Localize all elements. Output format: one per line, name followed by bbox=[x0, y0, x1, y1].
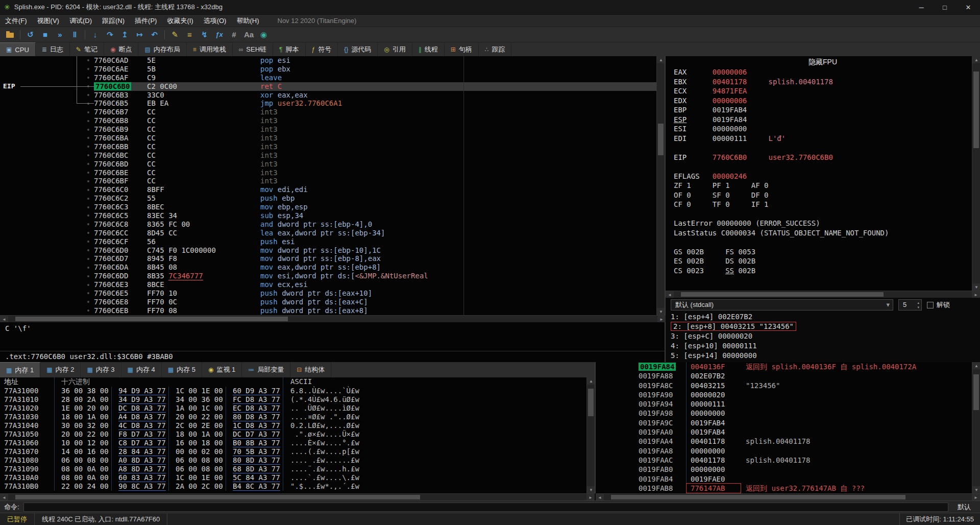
disasm-row[interactable]: 7760C6BACCint3 bbox=[0, 134, 665, 142]
dump-row[interactable]: 77A3106010 00 12 00C8 D7 A3 7716 00 18 0… bbox=[0, 439, 595, 447]
breakpoint-gutter[interactable] bbox=[0, 254, 94, 263]
stack-row[interactable]: 0019FA9000000020 bbox=[596, 390, 980, 399]
breakpoint-icon[interactable]: ↯ bbox=[198, 28, 211, 41]
scroll-down-icon[interactable]: ▼ bbox=[587, 486, 595, 493]
stack-row[interactable]: 0019FA8C00403215"123456" bbox=[596, 381, 980, 390]
comment-icon[interactable]: ≡ bbox=[183, 28, 197, 41]
register-row[interactable]: ECX 94871FEA bbox=[666, 86, 980, 96]
stack-horizontal-scrollbar[interactable]: ◄ ► bbox=[596, 493, 980, 500]
tab-cpu[interactable]: ▣CPU bbox=[0, 42, 36, 56]
hide-fpu-toggle[interactable]: 隐藏FPU bbox=[666, 56, 980, 67]
tab-call-stack[interactable]: ≡调用堆栈 bbox=[187, 42, 233, 56]
tab-dump-4[interactable]: ▦内存 4 bbox=[121, 362, 162, 377]
breakpoint-gutter[interactable] bbox=[0, 177, 94, 185]
tab-symbols[interactable]: ƒ符号 bbox=[306, 42, 338, 56]
dump-row[interactable]: 77A310201E 00 20 00DC D8 A3 771A 00 1C 0… bbox=[0, 404, 595, 413]
scroll-right-icon[interactable]: ► bbox=[972, 291, 980, 298]
tab-locals[interactable]: ≔局部变量 bbox=[242, 362, 290, 377]
scroll-up-icon[interactable]: ▲ bbox=[587, 377, 595, 385]
register-row[interactable] bbox=[666, 209, 980, 219]
disasm-row[interactable]: 7760C6B9CCint3 bbox=[0, 125, 665, 134]
disasm-row[interactable]: 7760C6D78945 F8mov dword ptr ss:[ebp-8],… bbox=[0, 254, 665, 263]
scroll-right-icon[interactable]: ► bbox=[586, 494, 595, 500]
register-row[interactable]: CF 0 TF 0 IF 1 bbox=[666, 200, 980, 209]
disasm-row[interactable]: 7760C6C88365 FC 00and dword ptr ss:[ebp-… bbox=[0, 220, 665, 229]
disasm-row[interactable]: 7760C6B8CCint3 bbox=[0, 116, 665, 125]
breakpoint-gutter[interactable] bbox=[0, 203, 94, 211]
run-to-user-code-icon[interactable]: ↦ bbox=[133, 28, 146, 41]
restart-icon[interactable]: ↺ bbox=[23, 28, 37, 41]
tab-log[interactable]: ≣日志 bbox=[36, 42, 70, 56]
tab-references[interactable]: ◎引用 bbox=[378, 42, 412, 56]
menu-trace[interactable]: 跟踪(N) bbox=[97, 15, 130, 27]
unlock-checkbox[interactable] bbox=[927, 302, 934, 308]
disasm-row[interactable]: 7760C6BDCCint3 bbox=[0, 160, 665, 169]
breakpoint-gutter[interactable] bbox=[0, 56, 94, 65]
disasm-row[interactable]: 7760C6B0C2 0C00ret C bbox=[0, 82, 665, 91]
disassembly-horizontal-scrollbar[interactable]: ◄ ► bbox=[0, 315, 666, 322]
disasm-row[interactable]: 7760C6BBCCint3 bbox=[0, 142, 665, 151]
stack-row[interactable]: 0019FAAC00401178splish.00401178 bbox=[596, 456, 980, 465]
register-row[interactable]: GS 002B FS 0053 bbox=[666, 247, 980, 257]
breakpoint-gutter[interactable] bbox=[0, 194, 94, 203]
tab-dump-3[interactable]: ▦内存 3 bbox=[81, 362, 121, 377]
dump-row[interactable]: 77A3108006 00 08 00A0 8D A3 7706 00 08 0… bbox=[0, 456, 595, 465]
step-over-icon[interactable]: ↷ bbox=[103, 28, 117, 41]
highlight-icon[interactable]: ◉ bbox=[257, 28, 271, 41]
stack-arg-row[interactable]: 1: [esp+4] 002E07B2 bbox=[666, 312, 980, 322]
stack-row[interactable]: 0019FAA400401178splish.00401178 bbox=[596, 437, 980, 446]
disasm-row[interactable]: 7760C6AE5Bpop ebx bbox=[0, 65, 665, 74]
stack-row[interactable]: 0019FAB000000000 bbox=[596, 465, 980, 474]
dump-row[interactable]: 77A310A008 00 0A 0060 83 A3 771C 00 1E 0… bbox=[0, 473, 595, 482]
breakpoint-gutter[interactable] bbox=[0, 211, 94, 220]
stack-arg-row[interactable]: 5: [esp+14] 00000000 bbox=[666, 351, 980, 361]
breakpoint-gutter[interactable] bbox=[0, 237, 94, 246]
register-row[interactable] bbox=[666, 143, 980, 153]
stack-row[interactable]: 0019FAB8776147AB返回到 user32.776147AB 自 ??… bbox=[596, 484, 980, 493]
scroll-up-icon[interactable]: ▲ bbox=[657, 56, 665, 63]
disasm-row[interactable]: 7760C6AD5Epop esi bbox=[0, 56, 665, 65]
stack-row[interactable]: 0019FA9C0019FAB4 bbox=[596, 418, 980, 427]
maximize-button[interactable]: □ bbox=[933, 0, 957, 14]
disasm-row[interactable]: 7760C6EBFF70 08push dword ptr ds:[eax+8] bbox=[0, 306, 665, 315]
disasm-row[interactable]: 7760C6E8FF70 0Cpush dword ptr ds:[eax+C] bbox=[0, 298, 665, 306]
dump-row[interactable]: 77A3105020 00 22 00F8 D7 A3 7718 00 1A 0… bbox=[0, 430, 595, 439]
stack-row[interactable]: 0019FA840040136F返回到 splish.0040136F 自 sp… bbox=[596, 362, 980, 371]
breakpoint-gutter[interactable] bbox=[0, 169, 94, 177]
tab-dump-1[interactable]: ▦内存 1 bbox=[0, 362, 40, 377]
registers-vertical-scrollbar[interactable]: ▲ ▼ bbox=[972, 56, 980, 291]
patch-icon[interactable]: ✎ bbox=[168, 28, 182, 41]
tab-seh[interactable]: ∞SEH链 bbox=[233, 42, 273, 56]
breakpoint-gutter[interactable] bbox=[0, 116, 94, 125]
register-row[interactable] bbox=[666, 162, 980, 172]
stop-icon[interactable]: ■ bbox=[38, 28, 52, 41]
scroll-left-icon[interactable]: ◄ bbox=[0, 494, 8, 500]
breakpoint-gutter[interactable] bbox=[0, 134, 94, 142]
tab-memory-map[interactable]: ▤内存布局 bbox=[138, 42, 186, 56]
dump-row[interactable]: 77A3104030 00 32 004C D8 A3 772C 00 2E 0… bbox=[0, 421, 595, 430]
registers-horizontal-scrollbar[interactable]: ◄ ► bbox=[666, 291, 980, 298]
breakpoint-gutter[interactable] bbox=[0, 229, 94, 237]
disasm-row[interactable]: 7760C6CF56push esi bbox=[0, 237, 665, 246]
register-row[interactable]: CS 0023 SS 002B bbox=[666, 266, 980, 276]
breakpoint-gutter[interactable] bbox=[0, 65, 94, 74]
dump-row[interactable]: 77A310B022 00 24 0090 8C A3 772A 00 2C 0… bbox=[0, 482, 595, 491]
fx-icon[interactable]: ƒx bbox=[212, 28, 226, 41]
stack-row[interactable]: 0019FA9400000111 bbox=[596, 399, 980, 409]
scroll-down-icon[interactable]: ▼ bbox=[657, 308, 665, 315]
step-back-icon[interactable]: ↶ bbox=[148, 28, 161, 41]
register-row[interactable] bbox=[666, 237, 980, 247]
breakpoint-gutter[interactable] bbox=[0, 125, 94, 134]
breakpoint-gutter[interactable] bbox=[0, 185, 94, 194]
dump-row[interactable]: 77A3109008 00 0A 00A8 8D A3 7706 00 08 0… bbox=[0, 465, 595, 473]
stack-arg-row[interactable]: 2: [esp+8] 00403215 "123456" bbox=[666, 322, 980, 331]
register-row[interactable]: EIP 7760C6B0 user32.7760C6B0 bbox=[666, 153, 980, 162]
stack-row[interactable]: 0019FA88002E07B2 bbox=[596, 371, 980, 380]
tab-dump-2[interactable]: ▦内存 2 bbox=[40, 362, 81, 377]
dump-vertical-scrollbar[interactable]: ▲ ▼ bbox=[586, 377, 595, 493]
register-row[interactable]: EBP 0019FAB4 bbox=[666, 105, 980, 115]
stack-vertical-scrollbar[interactable]: ▲ ▼ bbox=[972, 362, 980, 493]
disasm-row[interactable]: 7760C6B5EB EAjmp user32.7760C6A1 bbox=[0, 99, 665, 108]
run-icon[interactable]: » bbox=[53, 28, 67, 41]
scroll-right-icon[interactable]: ► bbox=[972, 494, 980, 500]
